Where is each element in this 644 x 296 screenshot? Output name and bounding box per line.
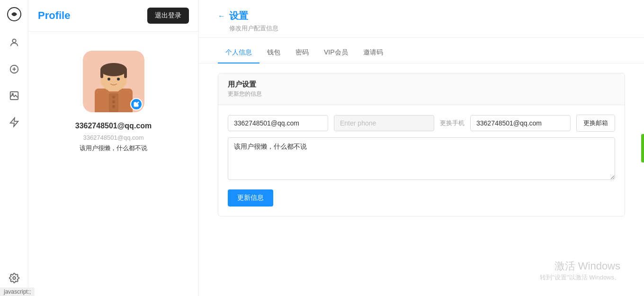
- back-row: ← 设置: [218, 9, 625, 22]
- bolt-icon[interactable]: [6, 114, 23, 131]
- image-icon[interactable]: [6, 87, 23, 104]
- profile-email-sub: 3362748501@qq.com: [83, 134, 143, 141]
- tab-personal-info[interactable]: 个人信息: [218, 43, 259, 63]
- logo-icon[interactable]: [6, 6, 23, 23]
- settings-card-header: 用户设置 更新您的信息: [218, 73, 625, 105]
- svg-point-13: [112, 105, 115, 108]
- svg-point-20: [117, 78, 120, 81]
- main-header: ← 设置 修改用户配置信息: [199, 0, 644, 38]
- tab-wallet[interactable]: 钱包: [259, 43, 288, 63]
- sidebar: [0, 0, 28, 296]
- user-icon[interactable]: [6, 34, 23, 51]
- tabs-bar: 个人信息 钱包 密码 VIP会员 邀请码: [199, 43, 644, 63]
- main-content: ← 设置 修改用户配置信息 个人信息 钱包 密码 VIP会员 邀请码 用户设置 …: [199, 0, 644, 296]
- svg-point-1: [12, 39, 16, 43]
- tab-vip[interactable]: VIP会员: [316, 43, 356, 63]
- settings-card-body: 更换手机 3362748501@qq.com 更换邮箱 该用户很懒，什么都不说 …: [218, 105, 625, 216]
- tab-password[interactable]: 密码: [288, 43, 316, 63]
- back-arrow-icon[interactable]: ←: [218, 12, 225, 20]
- svg-rect-18: [124, 69, 127, 78]
- logout-button[interactable]: 退出登录: [147, 8, 189, 24]
- settings-icon[interactable]: [6, 269, 23, 287]
- form-row-bio: 该用户很懒，什么都不说: [228, 137, 615, 180]
- svg-point-16: [100, 63, 127, 76]
- avatar-wrapper: [83, 51, 144, 112]
- settings-card-title: 用户设置: [228, 80, 615, 89]
- form-row-1: 更换手机 3362748501@qq.com 更换邮箱: [228, 115, 615, 132]
- phone-input[interactable]: [334, 115, 434, 131]
- tab-invite[interactable]: 邀请码: [356, 43, 391, 63]
- add-icon[interactable]: [6, 61, 23, 78]
- phone-change-label: 更换手机: [440, 119, 465, 127]
- status-bar: javascript:;: [0, 287, 35, 296]
- profile-title: Profile: [38, 9, 70, 22]
- email-input[interactable]: [228, 115, 328, 131]
- email-change-button[interactable]: 更换邮箱: [576, 115, 615, 132]
- settings-card: 用户设置 更新您的信息 更换手机 3362748501@qq.com 更换邮箱 …: [218, 73, 625, 216]
- bio-textarea[interactable]: 该用户很懒，什么都不说: [228, 137, 615, 180]
- update-button[interactable]: 更新信息: [228, 189, 273, 206]
- page-subtitle: 修改用户配置信息: [218, 24, 625, 33]
- svg-rect-17: [100, 69, 103, 78]
- svg-marker-7: [10, 118, 18, 126]
- profile-bio: 该用户很懒，什么都不说: [80, 144, 147, 152]
- svg-point-11: [112, 96, 115, 99]
- svg-point-12: [112, 100, 115, 103]
- green-bar: [641, 134, 644, 162]
- profile-header: Profile 退出登录: [28, 0, 198, 32]
- settings-card-subtitle: 更新您的信息: [228, 90, 615, 98]
- page-title: 设置: [229, 9, 248, 22]
- status-text: javascript:;: [4, 288, 31, 295]
- phone-value-display: 3362748501@qq.com: [470, 115, 571, 131]
- profile-email-main: 3362748501@qq.com: [75, 122, 152, 130]
- avatar-section: 3362748501@qq.com 3362748501@qq.com 该用户很…: [28, 32, 198, 162]
- svg-point-8: [13, 277, 16, 279]
- profile-panel: Profile 退出登录: [28, 0, 199, 296]
- svg-point-19: [107, 78, 110, 81]
- avatar-edit-button[interactable]: [130, 98, 143, 110]
- settings-body: 用户设置 更新您的信息 更换手机 3362748501@qq.com 更换邮箱 …: [199, 63, 644, 226]
